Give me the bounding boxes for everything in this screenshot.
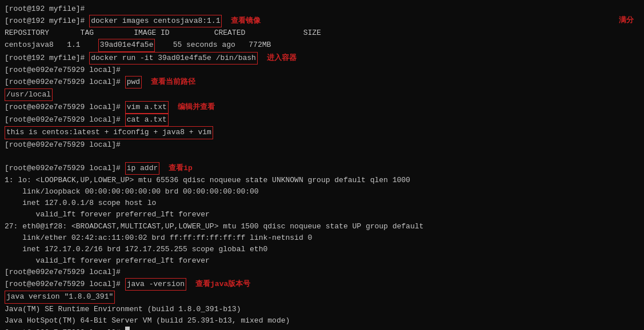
- cat-output-box: this is centos:latest + ifconfig + java8…: [5, 126, 213, 139]
- terminal-line: 27: eth0@if28: <BROADCAST,MULTICAST,UP,L…: [5, 221, 639, 232]
- terminal-line: link/ether 02:42:ac:11:00:02 brd ff:ff:f…: [5, 232, 639, 244]
- output-text: inet 172.17.0.2/16 brd 172.17.255.255 sc…: [5, 244, 267, 255]
- terminal-line: [root@192 myfile]#: [5, 3, 639, 15]
- prompt: [root@e092e7e75929 local]#: [5, 327, 125, 330]
- annotation-check-path: 查看当前路径: [151, 77, 195, 88]
- output-text: link/ether 02:42:ac:11:00:02 brd ff:ff:f…: [5, 232, 312, 244]
- output-text: 1: lo: <LOOPBACK,UP,LOWER_UP> mtu 65536 …: [5, 175, 410, 186]
- output-text: valid_lft forever preferred_lft forever: [5, 209, 210, 220]
- command-box: docker run -it 39ad01e4fa5e /bin/bash: [89, 52, 258, 65]
- terminal-line: [root@e092e7e75929 local]# java -version…: [5, 278, 639, 291]
- command-box: ip addr: [125, 162, 160, 175]
- command-box: java -version: [125, 278, 186, 291]
- output-text: [root@e092e7e75929 local]#: [5, 267, 121, 278]
- image-id-box: 39ad01e4fa5e: [98, 39, 155, 51]
- terminal-line: inet 127.0.0.1/8 scope host lo: [5, 198, 639, 209]
- output-text: Java HotSpot(TM) 64-Bit Server VM (build…: [5, 315, 290, 327]
- command-box: pwd: [125, 76, 142, 88]
- terminal-line: [5, 151, 639, 162]
- command-box: docker images centosjava8:1.1: [89, 15, 222, 27]
- prompt: [root@e092e7e75929 local]#: [5, 114, 125, 126]
- terminal-line: [root@192 myfile]# docker images centosj…: [5, 15, 639, 27]
- prompt: [root@e092e7e75929 local]#: [5, 163, 125, 174]
- output-text: centosjava8 1.1: [5, 39, 98, 51]
- annotation-check-ip: 查看ip: [169, 163, 193, 174]
- terminal-line: centosjava8 1.1 39ad01e4fa5e 55 seconds …: [5, 39, 639, 51]
- terminal-line: this is centos:latest + ifconfig + java8…: [5, 126, 639, 139]
- annotation-edit-view: 编辑并查看: [178, 102, 215, 113]
- output-text: REPOSITORY TAG IMAGE ID CREATED SIZE: [5, 27, 321, 39]
- output-text: inet 127.0.0.1/8 scope host lo: [5, 198, 156, 209]
- prompt: [root@192 myfile]#: [5, 3, 85, 15]
- prompt: [root@e092e7e75929 local]#: [5, 102, 125, 113]
- command-box: cat a.txt: [125, 114, 169, 126]
- annotation-check-java: 查看java版本号: [195, 279, 250, 290]
- output-text: [5, 151, 9, 162]
- annotation-full-score: 满分: [619, 15, 634, 26]
- annotation-check-image: 查看镜像: [231, 15, 261, 27]
- terminal-line: Java(TM) SE Runtime Environment (build 1…: [5, 304, 639, 315]
- terminal-line: [root@e092e7e75929 local]# vim a.txt 编辑并…: [5, 101, 639, 114]
- java-version-box: java version "1.8.0_391": [5, 291, 115, 303]
- cursor: [125, 327, 130, 330]
- terminal-line: valid_lft forever preferred_lft forever: [5, 255, 639, 267]
- terminal-line: java version "1.8.0_391": [5, 291, 639, 303]
- prompt: [root@192 myfile]#: [5, 15, 89, 27]
- output-text: 27: eth0@if28: <BROADCAST,MULTICAST,UP,L…: [5, 221, 423, 232]
- terminal-line: 1: lo: <LOOPBACK,UP,LOWER_UP> mtu 65536 …: [5, 175, 639, 186]
- terminal-line: [root@e092e7e75929 local]#: [5, 327, 639, 330]
- annotation-enter-container: 进入容器: [267, 53, 297, 64]
- path-output-box: /usr/local: [5, 88, 53, 101]
- terminal-line: link/loopback 00:00:00:00:00:00 brd 00:0…: [5, 186, 639, 198]
- prompt: [root@e092e7e75929 local]#: [5, 279, 125, 290]
- output-text: Java(TM) SE Runtime Environment (build 1…: [5, 304, 241, 315]
- terminal-line: [root@e092e7e75929 local]#: [5, 139, 639, 151]
- terminal-line: [root@192 myfile]# docker run -it 39ad01…: [5, 52, 639, 65]
- terminal-line: valid_lft forever preferred_lft forever: [5, 209, 639, 220]
- output-text: link/loopback 00:00:00:00:00:00 brd 00:0…: [5, 186, 259, 198]
- output-text: valid_lft forever preferred_lft forever: [5, 255, 210, 267]
- terminal-line: [root@e092e7e75929 local]# cat a.txt: [5, 114, 639, 126]
- command-box: vim a.txt: [125, 101, 169, 114]
- terminal-line: inet 172.17.0.2/16 brd 172.17.255.255 sc…: [5, 244, 639, 255]
- terminal: [root@192 myfile]# [root@192 myfile]# do…: [0, 0, 644, 330]
- prompt: [root@192 myfile]#: [5, 53, 89, 64]
- output-text: [root@e092e7e75929 local]#: [5, 65, 121, 76]
- terminal-line: /usr/local: [5, 88, 639, 101]
- terminal-line: [root@e092e7e75929 local]#: [5, 267, 639, 278]
- output-text: 55 seconds ago 772MB: [155, 39, 271, 51]
- terminal-line: [root@e092e7e75929 local]#: [5, 65, 639, 76]
- output-text: [root@e092e7e75929 local]#: [5, 139, 121, 151]
- terminal-line: Java HotSpot(TM) 64-Bit Server VM (build…: [5, 315, 639, 327]
- prompt: [root@e092e7e75929 local]#: [5, 77, 125, 88]
- terminal-line: REPOSITORY TAG IMAGE ID CREATED SIZE: [5, 27, 639, 39]
- terminal-line: [root@e092e7e75929 local]# ip addr 查看ip: [5, 162, 639, 175]
- terminal-line: [root@e092e7e75929 local]# pwd 查看当前路径: [5, 76, 639, 88]
